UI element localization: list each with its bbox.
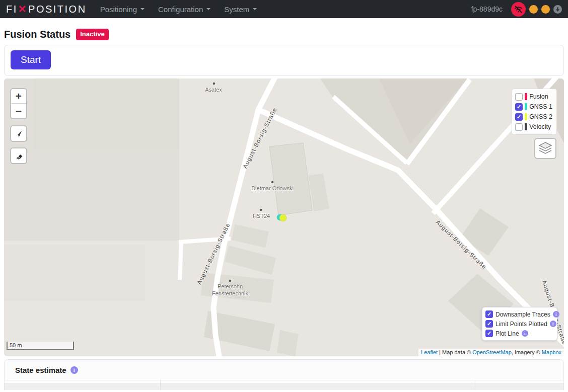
check-icon: ✓ — [487, 331, 491, 336]
logo-text-suffix: POSITION — [28, 4, 87, 15]
legend-label: GNSS 2 — [529, 113, 552, 120]
velocity-checkbox[interactable]: ✓ — [515, 123, 523, 131]
gnss-position-marker — [277, 214, 287, 221]
status-dot-icon — [541, 5, 550, 14]
status-dot-icon — [529, 5, 538, 14]
poi-label-petersohn: Petersohn Fenstertechnik — [202, 283, 258, 297]
status-badge: Inactive — [76, 29, 108, 40]
attribution-text: | Map data © — [438, 349, 472, 355]
zoom-out-button[interactable]: − — [11, 104, 26, 118]
option-downsample-traces[interactable]: ✓ Downsample Traces i — [485, 309, 554, 319]
legend-label: Fusion — [529, 93, 548, 100]
legend-item-fusion[interactable]: ✓ Fusion — [515, 92, 552, 102]
gnss1-color-swatch — [525, 103, 527, 110]
map-scale-bar: 50 m — [7, 342, 74, 350]
eraser-icon — [15, 151, 23, 160]
option-label: Limit Points Plotted — [495, 321, 547, 328]
info-icon[interactable]: i — [550, 321, 556, 327]
legend-item-gnss1[interactable]: ✓ GNSS 1 — [515, 102, 552, 112]
leaflet-link[interactable]: Leaflet — [421, 349, 438, 355]
fixposition-logo: FI✕POSITION — [6, 3, 87, 15]
option-label: Downsample Traces — [495, 311, 550, 318]
gnss2-color-swatch — [525, 113, 527, 120]
device-id: fp-889d9c — [471, 5, 503, 13]
legend-label: GNSS 1 — [529, 103, 552, 110]
info-icon[interactable]: i — [70, 366, 78, 374]
fusion-color-swatch — [525, 93, 527, 100]
fusion-checkbox[interactable]: ✓ — [515, 93, 523, 101]
navigation-arrow-icon — [14, 129, 23, 138]
velocity-color-swatch — [525, 123, 527, 130]
menu-system[interactable]: System — [224, 5, 257, 14]
legend-label: Velocity — [529, 123, 551, 130]
fusion-control-card: Start — [4, 45, 564, 76]
openstreetmap-link[interactable]: OpenStreetMap — [472, 349, 512, 355]
state-estimate-card: State estimate i — [4, 359, 564, 390]
gnss2-checkbox[interactable]: ✓ — [515, 113, 523, 121]
poi-label-dietmar-orlowski: Dietmar Orlowski — [251, 185, 294, 191]
table-cell — [5, 380, 161, 390]
menu-positioning-label: Positioning — [100, 5, 137, 14]
arrow-down-status-icon[interactable] — [553, 5, 562, 14]
check-icon: ✓ — [517, 104, 521, 110]
legend-item-velocity[interactable]: ✓ Velocity — [515, 122, 552, 132]
chevron-down-icon — [206, 8, 210, 12]
chevron-down-icon — [140, 8, 145, 12]
map-container[interactable]: August-Borsig-Straße August-Borsig-Straß… — [4, 79, 564, 356]
option-plot-line[interactable]: ✓ Plot Line i — [485, 329, 554, 338]
page-title: Fusion Status — [4, 29, 70, 40]
check-icon: ✓ — [487, 321, 491, 327]
table-cell — [161, 380, 475, 390]
layers-button[interactable] — [534, 138, 556, 159]
menu-system-label: System — [224, 5, 249, 14]
logo-text-prefix: FI — [6, 4, 18, 15]
legend-item-gnss2[interactable]: ✓ GNSS 2 — [515, 112, 552, 122]
info-icon[interactable]: i — [522, 330, 528, 337]
zoom-in-button[interactable]: + — [11, 89, 26, 104]
table-cell — [475, 380, 563, 390]
option-limit-points-plotted[interactable]: ✓ Limit Points Plotted i — [485, 319, 554, 329]
map-canvas[interactable] — [4, 79, 564, 356]
state-estimate-table — [5, 380, 563, 390]
check-icon: ✓ — [517, 114, 521, 120]
layers-icon — [538, 142, 552, 155]
limit-points-checkbox[interactable]: ✓ — [485, 320, 493, 328]
poi-label-asatex: Asatex — [205, 87, 222, 93]
map-attribution: Leaflet | Map data © OpenStreetMap, Imag… — [418, 349, 564, 356]
gnss1-checkbox[interactable]: ✓ — [515, 103, 523, 111]
downsample-traces-checkbox[interactable]: ✓ — [485, 310, 493, 318]
start-button[interactable]: Start — [11, 50, 51, 69]
locate-button[interactable] — [10, 125, 27, 142]
chevron-down-icon — [253, 8, 257, 12]
gnss2-dot — [279, 214, 287, 221]
menu-positioning[interactable]: Positioning — [100, 5, 145, 14]
attribution-text: , Imagery © — [512, 349, 542, 355]
wifi-off-status-icon — [511, 2, 526, 17]
state-estimate-header: State estimate i — [5, 360, 563, 380]
state-estimate-title: State estimate — [15, 366, 66, 374]
menu-configuration[interactable]: Configuration — [158, 5, 210, 14]
plot-line-checkbox[interactable]: ✓ — [485, 330, 493, 337]
logo-x-glyph: ✕ — [18, 3, 28, 15]
plot-options-panel: ✓ Downsample Traces i ✓ Limit Points Plo… — [482, 307, 557, 341]
mapbox-link[interactable]: Mapbox — [542, 349, 561, 355]
option-label: Plot Line — [495, 330, 519, 337]
poi-label-hst24: HST24 — [253, 213, 270, 219]
top-navbar: FI✕POSITION Positioning Configuration Sy… — [0, 0, 568, 18]
zoom-control: + − — [10, 88, 27, 119]
erase-traces-button[interactable] — [10, 147, 27, 164]
menu-configuration-label: Configuration — [158, 5, 203, 14]
check-icon: ✓ — [487, 311, 491, 317]
trace-legend: ✓ Fusion ✓ GNSS 1 ✓ GNSS 2 ✓ Velocity — [512, 89, 557, 135]
info-icon[interactable]: i — [553, 311, 559, 318]
